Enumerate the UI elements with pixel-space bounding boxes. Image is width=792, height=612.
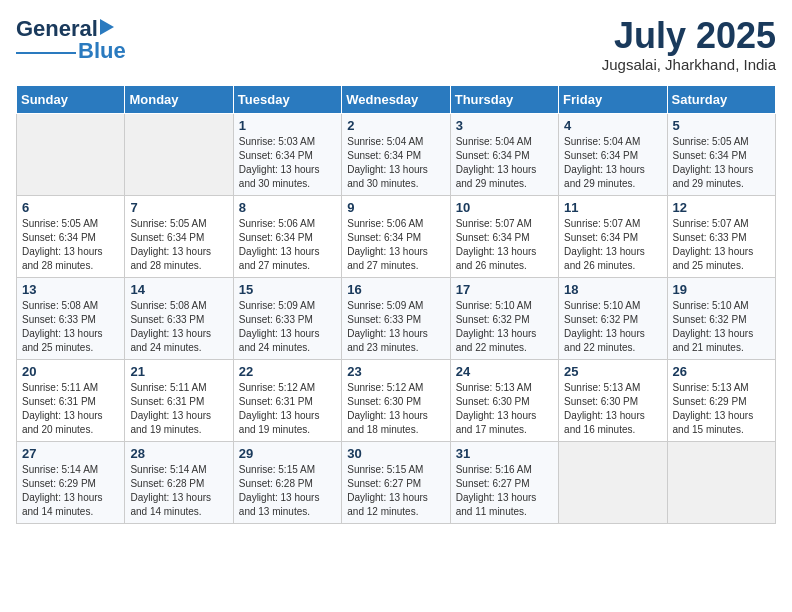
day-number: 15 xyxy=(239,282,336,297)
day-info: Sunrise: 5:04 AMSunset: 6:34 PMDaylight:… xyxy=(347,135,444,191)
day-info-line: Sunrise: 5:04 AM xyxy=(347,135,444,149)
day-info-line: Sunrise: 5:04 AM xyxy=(456,135,553,149)
day-info-line: Sunrise: 5:15 AM xyxy=(239,463,336,477)
day-info-line: Daylight: 13 hours and 20 minutes. xyxy=(22,409,119,437)
day-info: Sunrise: 5:07 AMSunset: 6:34 PMDaylight:… xyxy=(564,217,661,273)
day-info-line: Sunrise: 5:08 AM xyxy=(22,299,119,313)
calendar-cell: 28Sunrise: 5:14 AMSunset: 6:28 PMDayligh… xyxy=(125,441,233,523)
day-info-line: Sunrise: 5:07 AM xyxy=(564,217,661,231)
calendar-cell: 8Sunrise: 5:06 AMSunset: 6:34 PMDaylight… xyxy=(233,195,341,277)
calendar-cell: 14Sunrise: 5:08 AMSunset: 6:33 PMDayligh… xyxy=(125,277,233,359)
calendar-cell: 29Sunrise: 5:15 AMSunset: 6:28 PMDayligh… xyxy=(233,441,341,523)
day-info-line: Sunrise: 5:10 AM xyxy=(456,299,553,313)
day-info-line: Daylight: 13 hours and 30 minutes. xyxy=(347,163,444,191)
day-number: 2 xyxy=(347,118,444,133)
day-number: 25 xyxy=(564,364,661,379)
day-info: Sunrise: 5:05 AMSunset: 6:34 PMDaylight:… xyxy=(130,217,227,273)
day-info-line: Sunset: 6:30 PM xyxy=(347,395,444,409)
day-number: 22 xyxy=(239,364,336,379)
day-info-line: Sunset: 6:34 PM xyxy=(456,231,553,245)
calendar-cell: 10Sunrise: 5:07 AMSunset: 6:34 PMDayligh… xyxy=(450,195,558,277)
day-info-line: Sunset: 6:28 PM xyxy=(130,477,227,491)
calendar-cell: 15Sunrise: 5:09 AMSunset: 6:33 PMDayligh… xyxy=(233,277,341,359)
day-info: Sunrise: 5:10 AMSunset: 6:32 PMDaylight:… xyxy=(564,299,661,355)
calendar-week-3: 13Sunrise: 5:08 AMSunset: 6:33 PMDayligh… xyxy=(17,277,776,359)
day-info: Sunrise: 5:11 AMSunset: 6:31 PMDaylight:… xyxy=(130,381,227,437)
day-info-line: Sunrise: 5:11 AM xyxy=(130,381,227,395)
day-info-line: Sunset: 6:34 PM xyxy=(347,149,444,163)
day-info-line: Sunset: 6:34 PM xyxy=(239,149,336,163)
day-info-line: Sunrise: 5:11 AM xyxy=(22,381,119,395)
calendar-cell xyxy=(17,113,125,195)
day-info-line: Sunrise: 5:16 AM xyxy=(456,463,553,477)
day-info-line: Sunset: 6:34 PM xyxy=(456,149,553,163)
day-header-saturday: Saturday xyxy=(667,85,775,113)
day-header-thursday: Thursday xyxy=(450,85,558,113)
day-info-line: Sunrise: 5:04 AM xyxy=(564,135,661,149)
day-info-line: Daylight: 13 hours and 12 minutes. xyxy=(347,491,444,519)
day-number: 30 xyxy=(347,446,444,461)
day-number: 14 xyxy=(130,282,227,297)
day-info-line: Sunset: 6:29 PM xyxy=(673,395,770,409)
day-info-line: Sunrise: 5:05 AM xyxy=(673,135,770,149)
day-info-line: Sunset: 6:31 PM xyxy=(22,395,119,409)
day-info-line: Sunset: 6:32 PM xyxy=(564,313,661,327)
day-info: Sunrise: 5:08 AMSunset: 6:33 PMDaylight:… xyxy=(130,299,227,355)
day-number: 3 xyxy=(456,118,553,133)
day-info: Sunrise: 5:04 AMSunset: 6:34 PMDaylight:… xyxy=(456,135,553,191)
day-number: 19 xyxy=(673,282,770,297)
day-number: 11 xyxy=(564,200,661,215)
day-info-line: Sunrise: 5:13 AM xyxy=(564,381,661,395)
day-info-line: Sunrise: 5:06 AM xyxy=(239,217,336,231)
day-number: 16 xyxy=(347,282,444,297)
calendar-cell: 12Sunrise: 5:07 AMSunset: 6:33 PMDayligh… xyxy=(667,195,775,277)
day-info-line: Sunset: 6:33 PM xyxy=(239,313,336,327)
calendar-cell: 16Sunrise: 5:09 AMSunset: 6:33 PMDayligh… xyxy=(342,277,450,359)
day-info-line: Daylight: 13 hours and 14 minutes. xyxy=(130,491,227,519)
calendar-cell: 19Sunrise: 5:10 AMSunset: 6:32 PMDayligh… xyxy=(667,277,775,359)
logo: General Blue xyxy=(16,16,126,64)
calendar-cell: 26Sunrise: 5:13 AMSunset: 6:29 PMDayligh… xyxy=(667,359,775,441)
calendar-cell: 24Sunrise: 5:13 AMSunset: 6:30 PMDayligh… xyxy=(450,359,558,441)
day-number: 12 xyxy=(673,200,770,215)
calendar-cell: 25Sunrise: 5:13 AMSunset: 6:30 PMDayligh… xyxy=(559,359,667,441)
day-info-line: Daylight: 13 hours and 17 minutes. xyxy=(456,409,553,437)
day-info: Sunrise: 5:11 AMSunset: 6:31 PMDaylight:… xyxy=(22,381,119,437)
day-info: Sunrise: 5:05 AMSunset: 6:34 PMDaylight:… xyxy=(22,217,119,273)
day-info-line: Sunrise: 5:12 AM xyxy=(239,381,336,395)
day-number: 26 xyxy=(673,364,770,379)
month-title: July 2025 xyxy=(602,16,776,56)
day-header-monday: Monday xyxy=(125,85,233,113)
title-block: July 2025 Jugsalai, Jharkhand, India xyxy=(602,16,776,73)
day-info: Sunrise: 5:04 AMSunset: 6:34 PMDaylight:… xyxy=(564,135,661,191)
day-info-line: Daylight: 13 hours and 27 minutes. xyxy=(347,245,444,273)
day-info-line: Sunrise: 5:10 AM xyxy=(564,299,661,313)
day-info-line: Daylight: 13 hours and 25 minutes. xyxy=(22,327,119,355)
logo-line xyxy=(16,52,76,54)
day-info-line: Sunset: 6:34 PM xyxy=(130,231,227,245)
day-number: 13 xyxy=(22,282,119,297)
day-info: Sunrise: 5:14 AMSunset: 6:29 PMDaylight:… xyxy=(22,463,119,519)
day-info-line: Sunrise: 5:13 AM xyxy=(456,381,553,395)
day-info-line: Daylight: 13 hours and 30 minutes. xyxy=(239,163,336,191)
day-number: 29 xyxy=(239,446,336,461)
day-number: 21 xyxy=(130,364,227,379)
day-info: Sunrise: 5:15 AMSunset: 6:27 PMDaylight:… xyxy=(347,463,444,519)
day-info: Sunrise: 5:12 AMSunset: 6:30 PMDaylight:… xyxy=(347,381,444,437)
day-info-line: Sunset: 6:33 PM xyxy=(347,313,444,327)
day-info-line: Sunset: 6:27 PM xyxy=(456,477,553,491)
day-info-line: Sunset: 6:34 PM xyxy=(239,231,336,245)
day-info-line: Sunset: 6:34 PM xyxy=(564,231,661,245)
day-info-line: Daylight: 13 hours and 26 minutes. xyxy=(564,245,661,273)
day-info-line: Sunset: 6:30 PM xyxy=(564,395,661,409)
calendar-week-2: 6Sunrise: 5:05 AMSunset: 6:34 PMDaylight… xyxy=(17,195,776,277)
day-info-line: Daylight: 13 hours and 24 minutes. xyxy=(239,327,336,355)
day-info-line: Sunrise: 5:12 AM xyxy=(347,381,444,395)
day-number: 23 xyxy=(347,364,444,379)
day-info-line: Sunrise: 5:14 AM xyxy=(22,463,119,477)
day-number: 27 xyxy=(22,446,119,461)
day-info: Sunrise: 5:08 AMSunset: 6:33 PMDaylight:… xyxy=(22,299,119,355)
calendar-cell: 22Sunrise: 5:12 AMSunset: 6:31 PMDayligh… xyxy=(233,359,341,441)
day-info-line: Sunrise: 5:10 AM xyxy=(673,299,770,313)
calendar-header-row: SundayMondayTuesdayWednesdayThursdayFrid… xyxy=(17,85,776,113)
